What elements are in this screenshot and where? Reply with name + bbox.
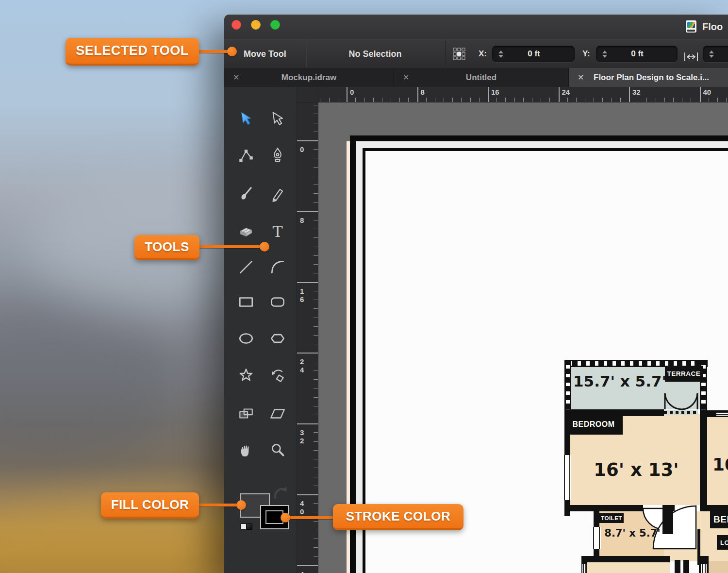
pencil-tool[interactable] [267,184,288,205]
swap-colors-icon[interactable] [273,485,289,502]
ruler-tick [314,300,318,300]
tab-label[interactable]: Untitled [394,68,568,87]
rectangle-tool[interactable] [235,291,257,313]
ruler-number: 24 [300,357,307,374]
selection-status: No Selection [336,39,414,68]
star-tool[interactable] [235,365,257,386]
callout-dot [236,500,246,510]
door-post [675,560,680,573]
ruler-major-tick [347,87,347,102]
ruler-number: 24 [562,88,570,96]
arrange-tool[interactable] [235,403,257,424]
y-stepper[interactable] [602,51,607,58]
ruler-tick [505,98,506,102]
ruler-tick [673,98,674,102]
ruler-tick [594,98,594,102]
callout-fill-color: FILL COLOR [101,492,199,519]
app-document-icon [686,20,696,33]
ruler-tick [382,98,382,102]
close-window-button[interactable] [232,20,241,30]
ruler-tick [314,247,318,247]
window-symbol [716,412,728,416]
ruler-tick [717,98,718,102]
ruler-tick [320,98,320,102]
eraser-tool[interactable] [235,221,257,242]
callout-tools: TOOLS [134,235,199,260]
zoom-tool[interactable] [267,439,288,461]
ruler-major-tick [297,494,318,495]
tab-label[interactable]: Floor Plan Design to Scale.i... [569,68,728,87]
x-stepper[interactable] [498,51,503,58]
ruler-number: 0 [350,88,354,96]
ruler-tick [329,98,330,102]
ellipse-tool[interactable] [235,328,257,349]
line-tool[interactable] [235,256,257,278]
default-colors-icon[interactable] [240,523,253,530]
arc-tool[interactable] [267,256,288,278]
terrace-railing-left [564,361,571,409]
text-tool[interactable]: T [267,221,288,242]
ruler-tick [314,308,318,309]
ruler-tick [314,371,318,371]
vertical-ruler: 08162432404 [297,102,318,573]
x-coordinate-value[interactable]: 0 ft [503,49,564,59]
width-dimension-icon [680,46,702,67]
ruler-number: 4 [300,570,307,573]
ruler-tick [426,98,427,102]
app-window: Floo Move Tool No Selection X: 0 ft Y: [224,15,728,573]
ruler-tick [532,98,532,102]
lower-right-floor [709,561,728,573]
tab-untitled[interactable]: ✕ Untitled [394,68,569,87]
width-stepper[interactable] [709,51,714,58]
ruler-tick [314,397,318,398]
y-coordinate-value[interactable]: 0 ft [607,49,667,59]
tab-label[interactable]: Mockup.idraw [224,68,394,87]
ruler-number: 16 [300,287,307,303]
ruler-major-tick [297,423,318,424]
pen-tool[interactable] [267,145,288,166]
titlebar[interactable]: Floo [224,15,728,39]
ruler-tick [314,291,318,291]
brush-tool[interactable] [235,184,257,205]
ruler-tick [612,98,612,102]
ruler-tick [314,530,318,530]
ruler-tick [355,98,356,102]
anchor-grid-icon[interactable] [448,43,470,65]
tab-floor-plan[interactable]: ✕ Floor Plan Design to Scale.i... [569,68,728,87]
ruler-number: 8 [300,216,307,224]
move-tool[interactable] [235,108,257,130]
ruler-tick [314,459,318,459]
ruler-tick [496,98,497,102]
ruler-tick [314,114,318,114]
node-tool[interactable] [235,145,257,166]
y-coordinate-field[interactable]: 0 ft [596,46,678,62]
hand-tool[interactable] [235,439,257,461]
tab-mockup[interactable]: ✕ Mockup.idraw [224,68,394,87]
drawing-canvas[interactable]: TERRACE 15.7' x 5.7' BEDROOM 16' x 13' T… [318,102,728,573]
tool-palette: T [224,87,297,573]
polygon-tool[interactable] [267,328,288,349]
room2-dims: 10 [712,455,728,474]
lobby-label: LO [717,535,728,550]
ruler-tick [314,521,318,522]
width-field[interactable] [703,46,728,62]
ruler-tick [314,220,318,220]
zoom-window-button[interactable] [270,20,280,30]
ruler-tick [656,98,656,102]
x-coordinate-field[interactable]: 0 ft [492,46,575,62]
svg-text:T: T [272,223,282,240]
ruler-tick [314,547,318,548]
window-symbol [582,564,586,573]
ruler-tick [314,264,318,265]
selected-tool-name: Move Tool [244,39,286,68]
rotate-tool[interactable] [267,365,288,386]
ruler-tick [314,273,318,273]
minimize-window-button[interactable] [251,20,261,30]
ruler-corner [297,87,318,102]
rounded-rectangle-tool[interactable] [267,291,288,313]
window-symbol [701,564,707,573]
callout-connector [288,516,334,519]
direct-select-tool[interactable] [267,108,288,130]
shear-tool[interactable] [267,403,288,424]
ruler-tick [314,512,318,512]
